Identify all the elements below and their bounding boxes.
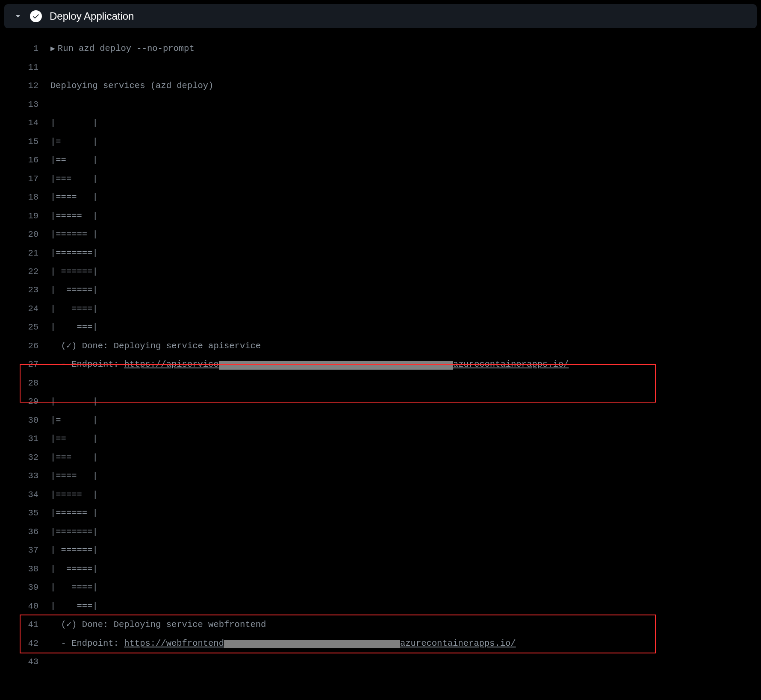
line-number: 39: [0, 581, 50, 594]
line-number: 12: [0, 79, 50, 92]
log-line: 24| ====|: [0, 300, 761, 318]
log-line: 25| ===|: [0, 318, 761, 336]
line-content: Deploying services (azd deploy): [50, 79, 213, 92]
endpoint-link[interactable]: https://webfrontendazurecontainerapps.io…: [124, 637, 516, 650]
line-content: | ===|: [50, 600, 98, 612]
log-line: 22| ======|: [0, 262, 761, 281]
line-number: 30: [0, 414, 50, 426]
line-content: |===== |: [50, 488, 98, 501]
line-number: 42: [0, 637, 50, 650]
line-content: ▶Run azd deploy --no-prompt: [50, 42, 195, 55]
log-line: 13: [0, 95, 761, 113]
check-circle-icon: [30, 10, 42, 22]
line-number: 15: [0, 135, 50, 148]
line-number: 38: [0, 563, 50, 575]
line-content: |====== |: [50, 507, 98, 519]
line-content: |=== |: [50, 451, 98, 464]
line-number: 36: [0, 526, 50, 538]
line-number: 1: [0, 42, 50, 55]
step-title: Deploy Application: [50, 10, 134, 22]
line-number: 19: [0, 210, 50, 222]
line-number: 28: [0, 377, 50, 389]
log-line: 35|====== |: [0, 504, 761, 522]
line-content: | |: [50, 117, 98, 129]
line-number: 23: [0, 284, 50, 296]
log-line: 38| =====|: [0, 560, 761, 578]
log-line: 39| ====|: [0, 578, 761, 597]
chevron-down-icon[interactable]: [14, 12, 22, 21]
line-number: 35: [0, 507, 50, 519]
log-line: 42 - Endpoint: https://webfrontendazurec…: [0, 634, 761, 653]
line-number: 24: [0, 303, 50, 315]
line-content: - Endpoint: https://webfrontendazurecont…: [50, 637, 516, 650]
line-content: | ====|: [50, 303, 98, 315]
endpoint-link[interactable]: https://apiserviceazurecontainerapps.io/: [124, 358, 569, 371]
line-number: 18: [0, 191, 50, 203]
line-number: 21: [0, 247, 50, 259]
log-line: 20|====== |: [0, 225, 761, 244]
log-line: 43: [0, 653, 761, 671]
log-line: 17|=== |: [0, 169, 761, 188]
line-content: |= |: [50, 414, 98, 426]
line-content: |===== |: [50, 210, 98, 222]
line-number: 27: [0, 358, 50, 371]
step-header[interactable]: Deploy Application: [4, 4, 757, 28]
line-number: 20: [0, 228, 50, 241]
line-content: (✓) Done: Deploying service webfrontend: [50, 618, 266, 631]
line-number: 16: [0, 154, 50, 166]
line-content: |==== |: [50, 191, 98, 203]
line-content: |== |: [50, 154, 98, 166]
line-content: | |: [50, 395, 98, 408]
line-content: | ======|: [50, 544, 98, 556]
line-content: |=======|: [50, 247, 98, 259]
log-line: 18|==== |: [0, 188, 761, 206]
log-line: 16|== |: [0, 151, 761, 169]
log-line: 33|==== |: [0, 467, 761, 485]
log-line: 14| |: [0, 114, 761, 132]
log-line: 26 (✓) Done: Deploying service apiservic…: [0, 337, 761, 355]
line-content: | =====|: [50, 284, 98, 296]
redacted-segment: [219, 361, 453, 370]
log-line: 40| ===|: [0, 597, 761, 615]
line-number: 34: [0, 488, 50, 501]
log-line: 28: [0, 374, 761, 392]
log-line: 32|=== |: [0, 448, 761, 467]
line-content: |== |: [50, 432, 98, 445]
line-content: |=== |: [50, 173, 98, 185]
log-output: 1▶Run azd deploy --no-prompt1112Deployin…: [0, 28, 761, 671]
expand-arrow-icon[interactable]: ▶: [50, 44, 55, 55]
line-number: 17: [0, 173, 50, 185]
line-number: 11: [0, 61, 50, 74]
line-content: (✓) Done: Deploying service apiservice: [50, 340, 261, 352]
log-line: 21|=======|: [0, 244, 761, 262]
line-content: | ======|: [50, 265, 98, 278]
log-line: 31|== |: [0, 429, 761, 448]
line-number: 41: [0, 618, 50, 631]
log-line: 34|===== |: [0, 485, 761, 504]
log-line: 23| =====|: [0, 281, 761, 299]
log-line: 41 (✓) Done: Deploying service webfronte…: [0, 615, 761, 634]
line-content: - Endpoint: https://apiserviceazureconta…: [50, 358, 569, 371]
line-number: 33: [0, 470, 50, 482]
line-number: 31: [0, 432, 50, 445]
line-number: 43: [0, 656, 50, 668]
line-number: 25: [0, 321, 50, 333]
log-line: 29| |: [0, 392, 761, 411]
log-line: 11: [0, 58, 761, 76]
line-number: 37: [0, 544, 50, 556]
line-number: 26: [0, 340, 50, 352]
log-line: 27 - Endpoint: https://apiserviceazureco…: [0, 355, 761, 374]
line-content: |= |: [50, 135, 98, 148]
log-line: 36|=======|: [0, 523, 761, 541]
line-content: |====== |: [50, 228, 98, 241]
log-line: 19|===== |: [0, 206, 761, 225]
line-content: |==== |: [50, 470, 98, 482]
line-number: 22: [0, 265, 50, 278]
line-content: | ===|: [50, 321, 98, 333]
line-number: 13: [0, 98, 50, 111]
line-number: 29: [0, 395, 50, 408]
line-content: | ====|: [50, 581, 98, 594]
redacted-segment: [224, 640, 400, 648]
line-number: 40: [0, 600, 50, 612]
log-line: 15|= |: [0, 132, 761, 150]
